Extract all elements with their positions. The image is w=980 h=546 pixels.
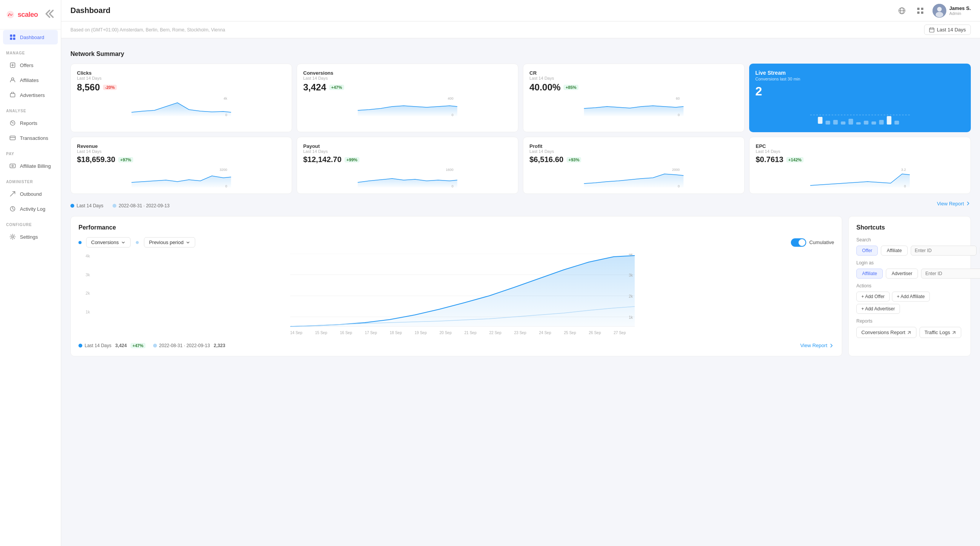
conversions-value: 3,424 — [303, 82, 326, 93]
revenue-value: $18,659.30 — [77, 155, 115, 164]
user-profile[interactable]: James S. Admin — [933, 4, 971, 18]
chevron-down-icon-2 — [186, 240, 190, 245]
sidebar-item-offers[interactable]: Offers — [3, 58, 58, 72]
add-offer-btn[interactable]: + Add Offer — [856, 292, 890, 302]
perf-legend-current-badge: +47% — [131, 343, 145, 348]
svg-text:2000: 2000 — [672, 168, 679, 172]
cr-chart: 60 0 — [529, 95, 738, 116]
payout-badge: +99% — [345, 157, 359, 162]
sidebar-item-transactions[interactable]: Transactions — [3, 131, 58, 145]
sidebar-section-analyse: ANALYSE — [0, 103, 61, 115]
performance-chart-svg: 14 Sep 15 Sep 16 Sep 17 Sep 18 Sep 19 Se… — [91, 254, 834, 338]
payout-value-row: $12,142.70 +99% — [303, 155, 512, 164]
date-range-button[interactable]: Last 14 Days — [924, 25, 971, 35]
epc-value: $0.7613 — [756, 155, 783, 164]
payout-chart: 1600 0 — [303, 166, 512, 187]
top-header: Dashboard James S. Admin — [61, 0, 980, 21]
search-affiliate-btn[interactable]: Affiliate — [881, 246, 907, 256]
svg-text:0: 0 — [678, 113, 679, 116]
profit-value-row: $6,516.60 +93% — [529, 155, 738, 164]
perf-legend-previous-value: 2,323 — [214, 343, 225, 348]
sidebar-item-activity-log[interactable]: Activity Log — [3, 202, 58, 216]
shortcuts-login-row: Affiliate Advertiser Go — [856, 269, 963, 279]
live-stream-value: 2 — [755, 84, 965, 98]
svg-rect-18 — [921, 8, 923, 10]
sidebar-item-advertisers[interactable]: Advertisers — [3, 88, 58, 102]
sidebar-item-dashboard[interactable]: Dashboard — [3, 30, 58, 44]
svg-text:22 Sep: 22 Sep — [489, 331, 501, 335]
shortcuts-login-input[interactable] — [921, 269, 980, 279]
legend-item-previous: 2022-08-31 · 2022-09-13 — [113, 203, 170, 208]
revenue-label: Revenue — [77, 143, 286, 149]
svg-point-23 — [936, 12, 943, 17]
subheader: Based on (GMT+01:00) Amsterdam, Berlin, … — [61, 21, 980, 38]
conversions-report-link[interactable]: Conversions Report — [856, 327, 916, 338]
svg-text:4k: 4k — [629, 254, 633, 256]
traffic-logs-link[interactable]: Traffic Logs — [920, 327, 961, 338]
shortcuts-search-input[interactable] — [911, 246, 977, 256]
date-range-label: Last 14 Days — [937, 27, 966, 33]
sidebar-item-affiliate-billing[interactable]: Affiliate Billing — [3, 159, 58, 173]
view-report-link[interactable]: View Report — [937, 201, 971, 207]
epc-value-row: $0.7613 +142% — [756, 155, 964, 164]
timezone-label: Based on (GMT+01:00) Amsterdam, Berlin, … — [70, 27, 225, 33]
perf-view-report-link[interactable]: View Report — [800, 343, 834, 348]
perf-legend-previous: 2022-08-31 · 2022-09-13 2,323 — [153, 343, 225, 348]
svg-rect-32 — [826, 121, 830, 125]
globe-icon[interactable] — [896, 5, 908, 17]
cumulative-toggle[interactable] — [791, 238, 806, 247]
revenue-value-row: $18,659.30 +97% — [77, 155, 286, 164]
perf-chevron-right-icon — [829, 343, 834, 348]
svg-text:0: 0 — [678, 184, 679, 187]
svg-rect-41 — [895, 121, 899, 125]
svg-text:24 Sep: 24 Sep — [539, 331, 551, 335]
conversions-report-label: Conversions Report — [861, 330, 905, 335]
conversions-dropdown-label: Conversions — [91, 239, 119, 245]
svg-text:17 Sep: 17 Sep — [365, 331, 377, 335]
sidebar-item-outbound[interactable]: Outbound — [3, 187, 58, 201]
shortcuts-login-label: Login as — [856, 260, 963, 266]
svg-text:4k: 4k — [224, 97, 227, 100]
sidebar-item-settings[interactable]: Settings — [3, 230, 58, 244]
sidebar-section-administer: ADMINISTER — [0, 174, 61, 186]
svg-text:15 Sep: 15 Sep — [315, 331, 327, 335]
content-inner: Network Summary Clicks Last 14 Days 8,56… — [61, 38, 980, 362]
sidebar-item-activity-log-label: Activity Log — [20, 206, 45, 212]
login-affiliate-btn[interactable]: Affiliate — [856, 269, 883, 279]
perf-footer: Last 14 Days 3,424 +47% 2022-08-31 · 202… — [78, 343, 834, 348]
advertisers-icon — [9, 92, 16, 98]
epc-sublabel: Last 14 Days — [756, 149, 964, 154]
legend-item-current: Last 14 Days — [70, 203, 103, 208]
add-advertiser-btn[interactable]: + Add Advertiser — [856, 304, 900, 314]
svg-text:60: 60 — [676, 97, 679, 100]
collapse-icon[interactable] — [41, 7, 55, 22]
y-label-2k-left: 2k — [78, 291, 90, 295]
cumulative-label: Cumulative — [809, 239, 834, 245]
sidebar: scaleo Dashboard MANAGE Offers Affiliate… — [0, 0, 61, 546]
sidebar-item-reports[interactable]: Reports — [3, 116, 58, 130]
payout-label: Payout — [303, 143, 512, 149]
svg-rect-3 — [13, 34, 15, 37]
shortcuts-actions-row: + Add Offer + Add Affiliate + Add Advert… — [856, 292, 963, 314]
conversions-dropdown[interactable]: Conversions — [86, 237, 131, 248]
svg-text:14 Sep: 14 Sep — [290, 331, 302, 335]
clicks-chart: 4k 0 — [77, 95, 286, 116]
shortcuts-search-label: Search — [856, 237, 963, 243]
sidebar-section-manage: MANAGE — [0, 45, 61, 57]
search-offer-btn[interactable]: Offer — [856, 246, 878, 256]
y-axis-left: 4k 3k 2k 1k — [78, 254, 90, 328]
profit-chart: 2000 0 — [529, 166, 738, 187]
svg-text:0: 0 — [904, 184, 906, 187]
profit-label: Profit — [529, 143, 738, 149]
sidebar-item-affiliates[interactable]: Affiliates — [3, 73, 58, 87]
shortcuts-title: Shortcuts — [856, 224, 963, 231]
perf-chart-container: 4k 3k 2k 1k — [78, 254, 834, 339]
add-affiliate-btn[interactable]: + Add Affiliate — [892, 292, 930, 302]
period-dropdown[interactable]: Previous period — [144, 237, 195, 248]
perf-legend-current: Last 14 Days 3,424 +47% — [78, 343, 145, 348]
affiliates-icon — [9, 77, 16, 84]
grid-icon[interactable] — [914, 5, 926, 17]
outbound-icon — [9, 190, 16, 197]
login-advertiser-btn[interactable]: Advertiser — [886, 269, 918, 279]
cumulative-toggle-row: Cumulative — [791, 238, 834, 247]
